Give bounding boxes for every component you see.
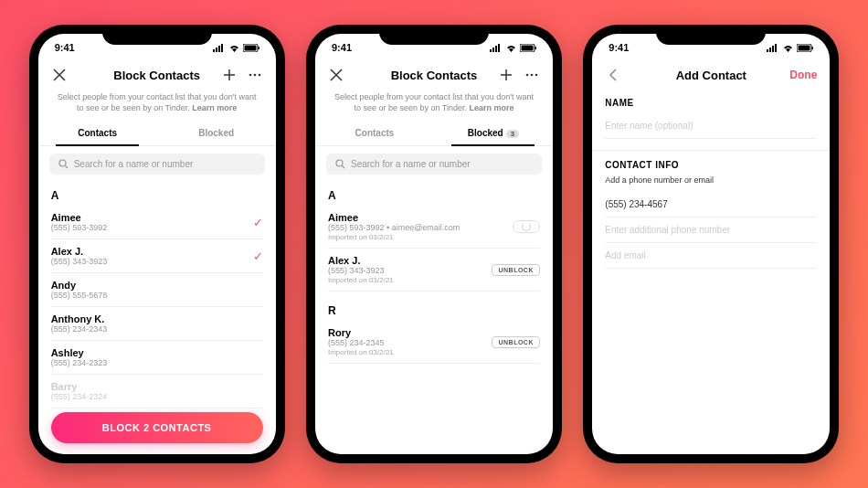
info-label: CONTACT INFO bbox=[605, 160, 817, 170]
tab-blocked[interactable]: Blocked3 bbox=[434, 121, 553, 145]
close-icon bbox=[330, 69, 343, 81]
svg-rect-27 bbox=[799, 45, 810, 50]
svg-rect-23 bbox=[769, 48, 771, 52]
contact-detail: (555) 343-3923 bbox=[328, 266, 394, 275]
contact-row[interactable]: Andy(555) 555-5678 bbox=[51, 273, 263, 307]
contact-name: Aimee bbox=[51, 212, 108, 223]
phone-input[interactable]: (555) 234-4567 bbox=[605, 192, 817, 217]
status-time: 9:41 bbox=[55, 42, 75, 53]
contact-row[interactable]: Ashley(555) 234-2323 bbox=[51, 341, 263, 375]
plus-icon bbox=[500, 69, 513, 81]
contact-row[interactable]: Anthony K.(555) 234-2343 bbox=[51, 307, 263, 341]
contact-row[interactable]: Aimee(555) 593-3992 ✓ bbox=[51, 206, 263, 239]
contact-detail: (555) 234-2345 bbox=[328, 338, 394, 347]
signal-icon bbox=[213, 44, 226, 52]
search-input[interactable]: Search for a name or number bbox=[326, 154, 542, 175]
contact-name: Andy bbox=[51, 280, 108, 291]
svg-rect-11 bbox=[490, 49, 492, 52]
subtitle: Select people from your contact list tha… bbox=[315, 89, 553, 121]
svg-rect-24 bbox=[772, 46, 774, 52]
page-title: Block Contacts bbox=[391, 69, 478, 82]
contact-name: Anthony K. bbox=[51, 313, 108, 324]
section-header-a: A bbox=[51, 189, 263, 202]
svg-rect-2 bbox=[218, 46, 220, 52]
svg-point-7 bbox=[249, 74, 251, 77]
close-button[interactable] bbox=[328, 67, 344, 83]
wifi-icon bbox=[505, 44, 517, 52]
contact-row[interactable]: Alex J.(555) 343-3923 ✓ bbox=[51, 239, 263, 273]
add-button[interactable] bbox=[498, 67, 514, 83]
phone-frame-1: 9:41 Block Contacts Select peopl bbox=[29, 25, 285, 463]
svg-rect-12 bbox=[492, 48, 494, 52]
svg-rect-13 bbox=[495, 46, 497, 52]
status-icons bbox=[490, 44, 536, 52]
name-label: NAME bbox=[605, 98, 817, 108]
svg-point-20 bbox=[535, 74, 538, 77]
tabs: Contacts Blocked bbox=[38, 121, 276, 146]
contact-meta: Imported on 03/2/21 bbox=[328, 348, 394, 356]
tab-blocked[interactable]: Blocked bbox=[157, 121, 276, 145]
email-input[interactable]: Add email bbox=[605, 243, 817, 269]
contact-name: Alex J. bbox=[51, 246, 108, 257]
contact-phone: (555) 343-3923 bbox=[51, 257, 108, 266]
page-title: Add Contact bbox=[676, 69, 746, 82]
contact-name: Alex J. bbox=[328, 255, 394, 266]
notch bbox=[102, 25, 212, 45]
blocked-list[interactable]: A Aimee (555) 593-3992 • aimee@email.com… bbox=[315, 182, 553, 454]
svg-rect-16 bbox=[521, 45, 533, 50]
plus-icon bbox=[223, 69, 236, 81]
svg-point-18 bbox=[526, 74, 529, 77]
add-button[interactable] bbox=[221, 67, 238, 83]
search-icon bbox=[58, 159, 69, 169]
svg-rect-6 bbox=[258, 47, 259, 49]
svg-rect-25 bbox=[775, 44, 777, 52]
svg-rect-28 bbox=[812, 47, 814, 49]
svg-rect-0 bbox=[213, 49, 215, 52]
svg-point-21 bbox=[336, 160, 343, 166]
signal-icon bbox=[767, 44, 779, 52]
unblock-button[interactable]: UNBLOCK bbox=[492, 336, 540, 348]
done-button[interactable]: Done bbox=[789, 69, 817, 81]
svg-rect-17 bbox=[535, 47, 536, 49]
tab-contacts[interactable]: Contacts bbox=[38, 121, 157, 145]
screen-3: 9:41 Add Contact Done NAME Enter name (o… bbox=[592, 34, 830, 454]
phone-frame-2: 9:41 Block Contacts Select peopl bbox=[306, 25, 562, 463]
contact-name: Aimee bbox=[328, 212, 460, 223]
svg-rect-3 bbox=[221, 44, 223, 52]
tab-contacts[interactable]: Contacts bbox=[315, 121, 434, 145]
more-button[interactable] bbox=[247, 67, 263, 83]
contact-detail: (555) 593-3992 • aimee@email.com bbox=[328, 223, 460, 232]
back-button[interactable] bbox=[605, 67, 621, 83]
contact-phone: (555) 555-5678 bbox=[51, 291, 108, 300]
header: Add Contact Done bbox=[592, 61, 830, 89]
notch bbox=[656, 25, 766, 45]
close-button[interactable] bbox=[51, 67, 68, 83]
phone-frame-3: 9:41 Add Contact Done NAME Enter name (o… bbox=[583, 25, 839, 463]
learn-more-link[interactable]: Learn more bbox=[470, 103, 514, 112]
svg-point-10 bbox=[59, 160, 66, 166]
contact-phone: (555) 234-2343 bbox=[51, 324, 108, 334]
name-input[interactable]: Enter name (optional) bbox=[605, 113, 817, 139]
blocked-row: Rory (555) 234-2345 Imported on 03/2/21 … bbox=[328, 321, 540, 364]
screen-1: 9:41 Block Contacts Select peopl bbox=[38, 34, 276, 454]
loading-indicator bbox=[513, 220, 540, 233]
search-input[interactable]: Search for a name or number bbox=[49, 154, 265, 175]
screen-2: 9:41 Block Contacts Select peopl bbox=[315, 34, 553, 454]
check-icon: ✓ bbox=[253, 249, 263, 263]
block-contacts-button[interactable]: BLOCK 2 CONTACTS bbox=[51, 412, 263, 443]
contact-info-section: CONTACT INFO Add a phone number or email… bbox=[592, 151, 830, 269]
header: Block Contacts bbox=[315, 61, 553, 89]
more-button[interactable] bbox=[524, 67, 540, 83]
contact-row[interactable]: Barry(555) 234-2324 bbox=[51, 375, 263, 408]
learn-more-link[interactable]: Learn more bbox=[192, 103, 237, 112]
unblock-button[interactable]: UNBLOCK bbox=[492, 264, 540, 276]
battery-icon bbox=[243, 44, 259, 52]
blocked-count-badge: 3 bbox=[506, 130, 519, 138]
phone2-input[interactable]: Enter additional phone number bbox=[605, 217, 817, 243]
section-header-a: A bbox=[328, 189, 540, 202]
battery-icon bbox=[797, 44, 813, 52]
signal-icon bbox=[490, 44, 503, 52]
contact-name: Rory bbox=[328, 327, 394, 338]
blocked-row: Aimee (555) 593-3992 • aimee@email.com I… bbox=[328, 206, 540, 249]
svg-rect-22 bbox=[767, 49, 768, 52]
